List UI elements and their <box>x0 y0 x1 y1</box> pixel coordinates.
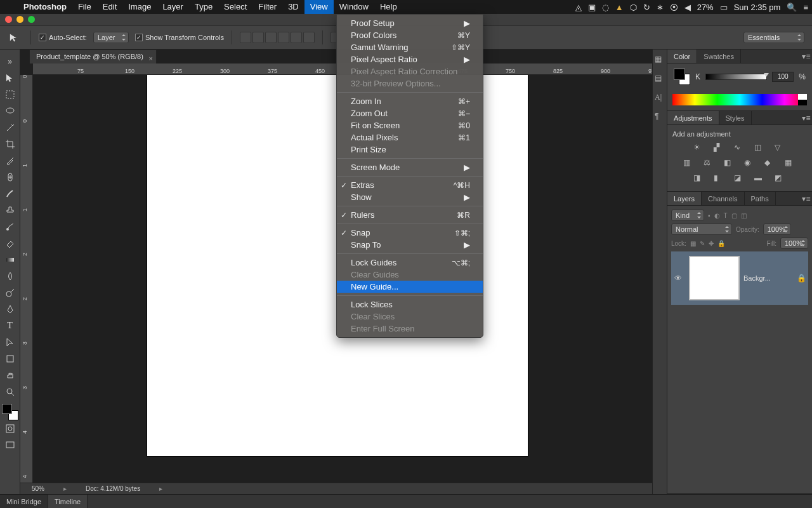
menu-window[interactable]: Window <box>334 0 374 14</box>
menu-item-new-guide[interactable]: New Guide... <box>337 281 483 293</box>
timemachine-icon[interactable]: ↻ <box>643 3 650 12</box>
tab-timeline[interactable]: Timeline <box>48 495 88 508</box>
mixer-icon[interactable]: ◆ <box>764 158 776 168</box>
stamp-tool[interactable] <box>2 203 18 218</box>
menu-3d[interactable]: 3D <box>282 0 304 14</box>
bw-icon[interactable]: ◧ <box>724 158 735 168</box>
brightness-icon[interactable]: ☀ <box>693 143 705 153</box>
shield-icon[interactable]: ⬡ <box>630 3 637 12</box>
gradient-tool[interactable] <box>2 252 18 267</box>
close-tab-icon[interactable]: × <box>148 52 152 65</box>
quickmask-tool[interactable] <box>2 421 18 436</box>
color-ramp[interactable] <box>672 94 807 105</box>
pen-tool[interactable] <box>2 302 18 317</box>
box-icon[interactable]: ▣ <box>588 3 596 12</box>
dodge-tool[interactable] <box>2 285 18 300</box>
history-brush-tool[interactable] <box>2 219 18 234</box>
panel-menu-icon[interactable]: ▾≡ <box>801 50 812 63</box>
marquee-tool[interactable] <box>2 87 18 102</box>
lock-pixel-icon[interactable]: ✎ <box>700 240 705 247</box>
menu-item-snap[interactable]: ✓Snap⇧⌘; <box>337 227 483 239</box>
layer-row[interactable]: 👁 Backgr... 🔒 <box>671 251 808 305</box>
workspace-switcher[interactable]: Essentials <box>743 32 804 43</box>
menu-item-rulers[interactable]: ✓Rulers⌘R <box>337 209 483 221</box>
map-icon[interactable]: ▬ <box>754 173 766 184</box>
document-tab[interactable]: Product_template @ 50% (RGB/8)× <box>29 50 157 64</box>
menu-item-actual-pixels[interactable]: Actual Pixels⌘1 <box>337 131 483 144</box>
fill-field[interactable]: 100% <box>780 237 808 249</box>
clock[interactable]: Sun 2:35 pm <box>734 3 781 12</box>
heal-tool[interactable] <box>2 170 18 185</box>
para-panel-icon[interactable]: ¶ <box>655 112 665 122</box>
shape-tool[interactable] <box>2 351 18 366</box>
lock-all-icon[interactable]: 🔒 <box>717 240 725 247</box>
eyedropper-tool[interactable] <box>2 153 18 168</box>
ruler-vertical[interactable]: 0011223344 <box>20 75 33 483</box>
panel-menu-icon[interactable]: ▾≡ <box>801 111 812 124</box>
type-tool[interactable]: T <box>2 318 18 333</box>
menu-icon[interactable]: ≡ <box>803 3 808 12</box>
blend-mode[interactable]: Normal <box>671 224 732 235</box>
filter-smart-icon[interactable]: ◫ <box>741 212 747 219</box>
screenmode-tool[interactable] <box>2 438 18 453</box>
menu-item-pixel-aspect-ratio[interactable]: Pixel Aspect Ratio▶ <box>337 53 483 65</box>
hue-icon[interactable]: ▥ <box>683 158 695 168</box>
warning-icon[interactable]: ▲ <box>615 3 624 12</box>
levels-icon[interactable]: ▞ <box>714 143 725 153</box>
sync-icon[interactable]: ◌ <box>602 3 609 12</box>
menu-image[interactable]: Image <box>122 0 157 14</box>
curves-icon[interactable]: ∿ <box>734 143 745 153</box>
menu-file[interactable]: File <box>72 0 97 14</box>
menu-item-extras[interactable]: ✓Extras^⌘H <box>337 179 483 191</box>
filter-pixel-icon[interactable]: ▪ <box>708 212 710 219</box>
show-transform-checkbox[interactable]: ✓Show Transform Controls <box>135 34 224 41</box>
menu-type[interactable]: Type <box>189 0 218 14</box>
menu-item-lock-slices[interactable]: Lock Slices <box>337 298 483 311</box>
doc-info[interactable]: Doc: 4.12M/0 bytes <box>86 485 140 492</box>
menu-item-proof-colors[interactable]: Proof Colors⌘Y <box>337 29 483 41</box>
align-btn[interactable] <box>252 32 264 43</box>
char-panel-icon[interactable]: A| <box>655 93 665 103</box>
panel-menu-icon[interactable]: ▾≡ <box>801 192 812 205</box>
battery-icon[interactable]: ▭ <box>720 3 728 12</box>
lookup-icon[interactable]: ▦ <box>785 158 796 168</box>
menu-item-fit-on-screen[interactable]: Fit on Screen⌘0 <box>337 119 483 131</box>
menu-layer[interactable]: Layer <box>157 0 189 14</box>
tab-swatches[interactable]: Swatches <box>697 50 741 63</box>
menu-item-proof-setup[interactable]: Proof Setup▶ <box>337 17 483 29</box>
k-value[interactable]: 100 <box>772 72 794 82</box>
threshold-icon[interactable]: ◪ <box>734 173 745 184</box>
tab-layers[interactable]: Layers <box>667 192 702 205</box>
align-btn[interactable] <box>291 32 302 43</box>
wand-tool[interactable] <box>2 120 18 135</box>
zoom-button[interactable] <box>28 16 35 23</box>
menu-item-snap-to[interactable]: Snap To▶ <box>337 239 483 251</box>
path-select-tool[interactable] <box>2 335 18 350</box>
filter-type-icon[interactable]: T <box>724 212 728 219</box>
align-btn[interactable] <box>265 32 277 43</box>
visibility-icon[interactable]: 👁 <box>671 274 685 283</box>
eraser-tool[interactable] <box>2 236 18 251</box>
align-btn[interactable] <box>303 32 315 43</box>
tab-adjustments[interactable]: Adjustments <box>667 111 719 124</box>
color-swatch[interactable] <box>2 404 18 420</box>
auto-select-dropdown[interactable]: Layer <box>93 32 129 43</box>
align-btn[interactable] <box>240 32 251 43</box>
filter-kind[interactable]: Kind <box>671 210 704 221</box>
minimize-button[interactable] <box>16 16 23 23</box>
menu-item-zoom-in[interactable]: Zoom In⌘+ <box>337 95 483 107</box>
blur-tool[interactable] <box>2 269 18 284</box>
posterize-icon[interactable]: ▮ <box>714 173 725 184</box>
gdrive-icon[interactable]: ◬ <box>575 3 582 12</box>
crop-tool[interactable] <box>2 137 18 152</box>
lock-trans-icon[interactable]: ▦ <box>690 240 696 247</box>
expand-icon[interactable]: » <box>2 54 18 69</box>
actions-panel-icon[interactable]: ▤ <box>655 74 665 84</box>
menu-select[interactable]: Select <box>218 0 252 14</box>
menu-item-print-size[interactable]: Print Size <box>337 144 483 156</box>
tab-color[interactable]: Color <box>667 50 697 63</box>
tab-paths[interactable]: Paths <box>745 192 776 205</box>
lock-pos-icon[interactable]: ✥ <box>709 240 714 247</box>
vibrance-icon[interactable]: ▽ <box>775 143 786 153</box>
layer-thumbnail[interactable] <box>689 256 740 300</box>
